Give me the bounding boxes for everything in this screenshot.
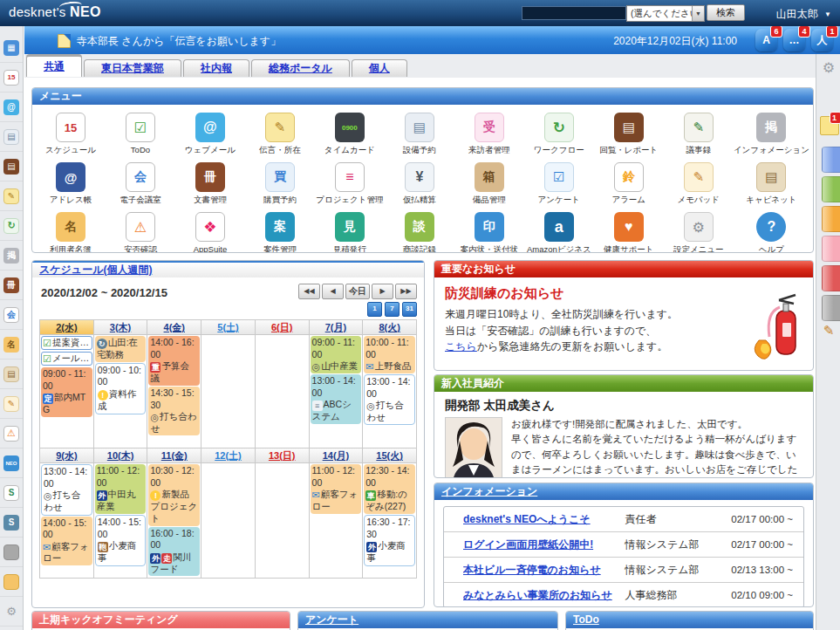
day-header-9(水)[interactable]: 9(水) bbox=[40, 448, 94, 462]
app-設備予約[interactable]: ▤設備予約 bbox=[385, 113, 454, 156]
month-view-button[interactable]: 31 bbox=[402, 302, 417, 317]
app-logo[interactable]: desknet's NEO bbox=[9, 4, 101, 20]
info-item-link[interactable]: desknet's NEOへようこそ bbox=[463, 513, 591, 525]
schedule-event[interactable]: 16:30 - 17:30外小麦商事 bbox=[364, 515, 415, 566]
day-cell[interactable]: ☑提案資…☑メール…09:00 - 11:00定部内MTG bbox=[40, 334, 94, 448]
palette-blue[interactable] bbox=[822, 147, 840, 173]
workflow-nav-item[interactable]: ↻ bbox=[0, 211, 23, 241]
sample-db-nav-item[interactable]: S bbox=[0, 508, 23, 538]
schedule-event[interactable]: 14:00 - 16:00重予算会議 bbox=[148, 336, 200, 386]
folder-yellow-nav-item[interactable] bbox=[0, 567, 23, 597]
schedule-event[interactable]: 14:30 - 15:30◎打ち合わせ bbox=[148, 387, 200, 436]
schedule-nav-item[interactable]: 15 bbox=[0, 63, 23, 92]
neo-link-nav-item[interactable]: NEO bbox=[0, 449, 23, 478]
schedule-event[interactable]: 16:00 - 18:00外走関川フード bbox=[148, 527, 200, 577]
search-button[interactable]: 検索 bbox=[707, 4, 745, 21]
app-備品管理[interactable]: 箱備品管理 bbox=[454, 162, 524, 206]
day-header-14(月)[interactable]: 14(月) bbox=[310, 448, 364, 462]
rail-settings-gear-nav-item[interactable]: ⚙ bbox=[0, 597, 23, 627]
info-item-link[interactable]: 本社ビル一斉停電のお知らせ bbox=[463, 564, 601, 576]
portal-settings-gear-icon[interactable]: ⚙ bbox=[816, 59, 840, 76]
facility-nav-item[interactable]: ▤ bbox=[0, 122, 23, 152]
user-list-nav-item[interactable]: 名 bbox=[0, 330, 23, 360]
app-案内状・送付状[interactable]: 印案内状・送付状 bbox=[454, 212, 524, 253]
circular-report-nav-item[interactable]: ▤ bbox=[0, 152, 23, 181]
next-week-button[interactable]: ▶ bbox=[372, 284, 393, 299]
schedule-event[interactable]: 13:00 - 14:00◎打ち合わせ bbox=[364, 374, 415, 426]
webmail-nav-item[interactable]: @ bbox=[0, 92, 23, 122]
prev-week-button[interactable]: ◀ bbox=[322, 284, 344, 299]
palette-pink[interactable] bbox=[822, 236, 840, 262]
app-商談記録[interactable]: 談商談記録 bbox=[385, 212, 454, 253]
day-cell[interactable] bbox=[201, 462, 256, 579]
day-cell[interactable]: ↻山田:在宅勤務09:00 - 10:00!資料作成 bbox=[94, 334, 148, 448]
app-タイムカード[interactable]: 0900タイムカード bbox=[315, 113, 385, 156]
schedule-event[interactable]: 10:30 - 12:00!新製品プロジェクト bbox=[148, 464, 200, 526]
chat-notification-icon[interactable]: …4 bbox=[783, 29, 805, 51]
conference-nav-item[interactable]: 会 bbox=[0, 300, 23, 330]
safety-check-nav-item[interactable]: ⚠ bbox=[0, 419, 23, 449]
todo-item[interactable]: ☑メール… bbox=[41, 352, 92, 366]
broadcast-notification-icon[interactable]: A6 bbox=[755, 29, 777, 51]
day-cell[interactable]: 09:00 - 11:00◎山中産業13:00 - 14:00≡ABCシステム bbox=[310, 334, 364, 448]
schedule-event[interactable]: 13:00 - 14:00≡ABCシステム bbox=[311, 374, 362, 424]
day-view-button[interactable]: 1 bbox=[367, 302, 382, 317]
day-header-2(水)[interactable]: 2(水) bbox=[40, 319, 94, 334]
cabinet-nav-item[interactable]: ▤ bbox=[0, 360, 23, 389]
todo-title-link[interactable]: ToDo bbox=[573, 613, 599, 626]
presence-notification-icon[interactable]: 人1 bbox=[811, 29, 833, 51]
app-Amazonビジネス[interactable]: aAmazonビジネス bbox=[524, 212, 594, 253]
app-インフォメーション[interactable]: 掲インフォメーション bbox=[734, 113, 809, 156]
palette-green[interactable] bbox=[822, 176, 840, 202]
app-キャビネット[interactable]: ▤キャビネット bbox=[734, 162, 809, 206]
schedule-event[interactable]: 11:00 - 12:00✉顧客フォロー bbox=[311, 464, 362, 514]
app-案件管理[interactable]: 案案件管理 bbox=[245, 212, 315, 253]
app-ワークフロー[interactable]: ↻ワークフロー bbox=[524, 113, 594, 156]
app-文書管理[interactable]: 冊文書管理 bbox=[175, 162, 245, 206]
app-健康サポート[interactable]: ♥健康サポート bbox=[594, 212, 664, 253]
schedule-event[interactable]: 14:00 - 15:00✉顧客フォロー bbox=[41, 517, 92, 566]
app-見積発行[interactable]: 見見積発行 bbox=[315, 212, 385, 253]
palette-orange[interactable] bbox=[822, 206, 840, 232]
app-来訪者管理[interactable]: 受来訪者管理 bbox=[454, 113, 524, 156]
schedule-event[interactable]: 10:00 - 11:00✉上野食品 bbox=[364, 336, 415, 373]
schedule-event[interactable]: 13:00 - 14:00◎打ち合わせ bbox=[41, 464, 92, 516]
todo-item[interactable]: ☑提案資… bbox=[41, 336, 92, 350]
info-item-link[interactable]: みなとみらい事業所のお知らせ bbox=[463, 589, 612, 601]
edit-pencil-icon[interactable]: ✎ bbox=[816, 323, 840, 339]
app-アラーム[interactable]: 鈴アラーム bbox=[594, 162, 664, 206]
schedule-event[interactable]: 09:00 - 11:00◎山中産業 bbox=[311, 336, 362, 373]
day-header-4(金)[interactable]: 4(金) bbox=[147, 319, 201, 334]
day-cell[interactable]: 12:30 - 14:00車移動:のぞみ(227)16:30 - 17:30外小… bbox=[363, 462, 417, 579]
today-button[interactable]: 今日 bbox=[345, 284, 370, 299]
day-header-13(日)[interactable]: 13(日) bbox=[256, 448, 310, 462]
document-binder-nav-item[interactable]: 冊 bbox=[0, 270, 23, 300]
app-ウェブメール[interactable]: @ウェブメール bbox=[175, 113, 245, 156]
day-cell[interactable] bbox=[256, 334, 310, 448]
app-仮払精算[interactable]: ¥仮払精算 bbox=[385, 162, 454, 206]
app-電子会議室[interactable]: 会電子会議室 bbox=[106, 162, 175, 206]
day-cell[interactable]: 10:30 - 12:00!新製品プロジェクト16:00 - 18:00外走関川… bbox=[147, 462, 201, 579]
day-header-12(土)[interactable]: 12(土) bbox=[201, 448, 256, 462]
app-ToDo[interactable]: ☑ToDo bbox=[106, 113, 175, 156]
tab-総務ポータル[interactable]: 総務ポータル bbox=[251, 59, 350, 77]
tab-社内報[interactable]: 社内報 bbox=[183, 59, 249, 77]
user-menu[interactable]: 山田太郎 ▼ bbox=[776, 7, 831, 22]
information-title-link[interactable]: インフォメーション bbox=[441, 485, 537, 497]
day-header-6(日)[interactable]: 6(日) bbox=[256, 319, 310, 334]
survey-title-link[interactable]: アンケート bbox=[305, 613, 359, 626]
next-2weeks-button[interactable]: ▶▶ bbox=[395, 284, 417, 299]
notification-message[interactable]: 寺本部長 さんから「伝言をお願いします」 bbox=[77, 34, 281, 49]
app-ヘルプ[interactable]: ?ヘルプ bbox=[734, 212, 809, 253]
day-header-3(木)[interactable]: 3(木) bbox=[94, 319, 148, 334]
app-メモパッド[interactable]: ✎メモパッド bbox=[664, 162, 734, 206]
portal-nav-item[interactable]: ▦ bbox=[0, 33, 23, 63]
app-アドレス帳[interactable]: @アドレス帳 bbox=[36, 162, 106, 206]
app-AppSuite[interactable]: ❖AppSuite bbox=[175, 212, 245, 253]
tab-共通[interactable]: 共通 bbox=[26, 54, 82, 77]
day-header-15(火)[interactable]: 15(火) bbox=[363, 448, 417, 462]
day-cell[interactable] bbox=[256, 462, 310, 579]
day-header-7(月)[interactable]: 7(月) bbox=[310, 319, 364, 334]
day-cell[interactable]: 11:00 - 12:00外中田丸産業14:00 - 15:00鞄小麦商事 bbox=[94, 462, 148, 579]
tab-東日本営業部[interactable]: 東日本営業部 bbox=[84, 59, 181, 77]
